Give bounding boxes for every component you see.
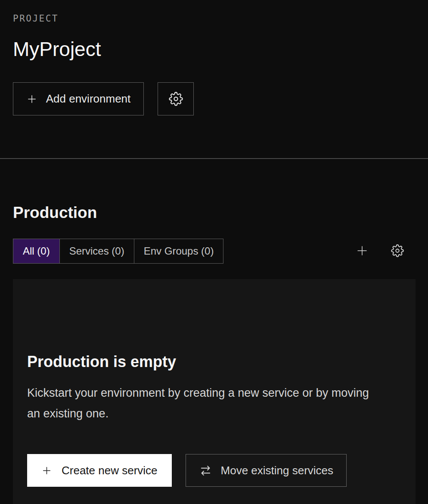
project-page: PROJECT MyProject Add environment xyxy=(0,0,428,504)
section-divider xyxy=(0,158,428,159)
empty-state-panel: Production is empty Kickstart your envir… xyxy=(13,279,416,504)
plus-icon xyxy=(41,465,52,476)
add-environment-label: Add environment xyxy=(46,92,131,106)
environment-tabs: All (0) Services (0) Env Groups (0) xyxy=(13,239,223,264)
project-settings-button[interactable] xyxy=(158,82,194,115)
create-new-service-label: Create new service xyxy=(62,464,158,477)
page-title: MyProject xyxy=(13,36,416,63)
gear-icon xyxy=(391,244,404,257)
environment-section: Production All (0) Services (0) Env Grou… xyxy=(0,203,428,504)
tab-all[interactable]: All (0) xyxy=(13,239,59,263)
move-existing-services-button[interactable]: Move existing services xyxy=(186,454,347,487)
environment-actions xyxy=(356,244,416,258)
swap-arrows-icon xyxy=(199,464,212,477)
plus-icon xyxy=(26,93,37,105)
gear-icon xyxy=(169,92,183,106)
add-environment-button[interactable]: Add environment xyxy=(13,82,144,115)
project-header-actions: Add environment xyxy=(13,82,416,115)
environment-name: Production xyxy=(13,203,416,222)
tab-env-groups[interactable]: Env Groups (0) xyxy=(134,239,223,263)
empty-state-title: Production is empty xyxy=(27,352,401,371)
empty-state-actions: Create new service Move existing service… xyxy=(27,454,401,487)
environment-settings-icon-button[interactable] xyxy=(391,244,404,258)
tab-services[interactable]: Services (0) xyxy=(59,239,134,263)
add-service-icon-button[interactable] xyxy=(356,244,369,258)
environment-tab-row: All (0) Services (0) Env Groups (0) xyxy=(13,239,416,264)
plus-icon xyxy=(356,244,369,257)
project-eyebrow-label: PROJECT xyxy=(13,13,416,24)
move-existing-services-label: Move existing services xyxy=(221,464,334,477)
create-new-service-button[interactable]: Create new service xyxy=(27,454,172,487)
empty-state-description: Kickstart your environment by creating a… xyxy=(27,383,385,424)
project-header: PROJECT MyProject Add environment xyxy=(0,0,428,115)
